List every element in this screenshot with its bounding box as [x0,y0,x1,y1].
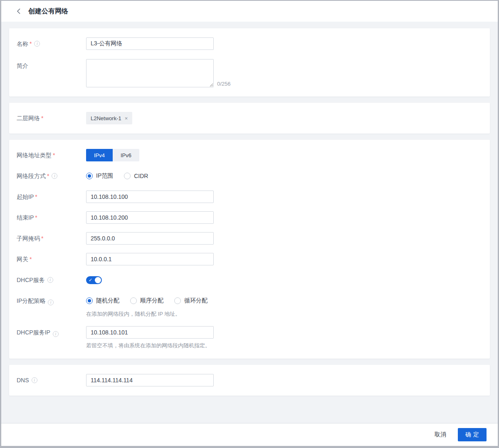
alloc-label-group: IP分配策略 i [17,295,86,307]
ip-version-label: 网络地址类型 [17,149,52,161]
required-marker: * [41,232,43,245]
cancel-button[interactable]: 取消 [430,428,450,441]
name-label: 名称 [17,37,28,50]
dhcp-toggle[interactable]: ✓ [86,276,102,284]
row-dhcp-ip: DHCP服务IP i 若留空不填，将由系统在添加的网络段内随机指定。 [17,326,482,349]
alloc-label: IP分配策略 [17,295,45,307]
end-ip-label: 结束IP [17,211,34,224]
required-marker: * [35,191,37,203]
required-marker: * [47,170,49,182]
dhcp-ip-input[interactable] [86,326,214,339]
ipv4-button[interactable]: IPv4 [86,149,113,161]
row-description: 简介 0/256 [17,59,482,87]
dhcp-ip-label-group: DHCP服务IP i [17,326,86,339]
footer-actions: 取消 确定 [1,423,498,446]
row-end-ip: 结束IP * [17,211,482,224]
row-l2-network: 二层网络 * L2Network-1 × [17,112,482,124]
back-button[interactable] [16,8,21,15]
card-l2-network: 二层网络 * L2Network-1 × [9,103,490,134]
gateway-label-group: 网关 * [17,253,86,265]
confirm-button[interactable]: 确定 [458,428,487,441]
alloc-hint: 在添加的网络段内，随机分配 IP 地址。 [86,310,208,318]
row-name: 名称 * i [17,37,482,50]
dhcp-label: DHCP服务 [17,274,45,286]
dns-label: DNS [17,374,29,386]
radio-icon [130,297,137,304]
radio-ip-range[interactable]: IP范围 [86,172,113,180]
name-label-group: 名称 * i [17,37,86,50]
radio-label: IP范围 [96,172,113,180]
segment-mode-label-group: 网络段方式 * i [17,170,86,182]
required-marker: * [30,37,32,50]
name-input[interactable] [86,37,214,50]
page-title: 创建公有网络 [28,7,68,16]
alloc-radios: 随机分配 顺序分配 循环分配 [86,295,208,307]
info-icon[interactable]: i [34,41,40,47]
gateway-label: 网关 [17,253,28,265]
info-icon[interactable]: i [47,277,53,283]
tag-remove-icon[interactable]: × [125,116,128,121]
required-marker: * [53,149,55,161]
ip-version-segmented: IPv4 IPv6 [86,149,139,161]
l2-label-group: 二层网络 * [17,112,86,124]
radio-sequential-alloc[interactable]: 顺序分配 [130,297,163,304]
radio-icon [124,173,131,179]
radio-label: 随机分配 [96,297,119,304]
check-icon: ✓ [89,277,92,284]
ip-version-label-group: 网络地址类型 * [17,149,86,161]
l2-network-tag-text: L2Network-1 [91,115,121,121]
description-label: 简介 [17,62,28,70]
row-dhcp: DHCP服务 i ✓ [17,274,482,286]
page-header: 创建公有网络 [1,1,498,22]
radio-icon [86,297,93,304]
segment-mode-radios: IP范围 CIDR [86,172,148,180]
description-label-group: 简介 [17,59,86,70]
card-dns: DNS i [9,365,490,396]
card-basic-info: 名称 * i 简介 0/256 [9,28,490,97]
l2-network-tag[interactable]: L2Network-1 × [86,112,132,124]
required-marker: * [30,253,32,265]
form-content: 名称 * i 简介 0/256 二层网络 * [1,22,498,396]
radio-label: 循环分配 [184,297,208,304]
description-wrap: 0/256 [86,59,231,87]
dns-label-group: DNS i [17,374,86,386]
start-ip-label-group: 起始IP * [17,191,86,203]
end-ip-input[interactable] [86,211,214,224]
dhcp-label-group: DHCP服务 i [17,274,86,286]
info-icon[interactable]: i [53,331,59,337]
info-icon[interactable]: i [48,299,54,305]
gateway-input[interactable] [86,253,214,265]
radio-random-alloc[interactable]: 随机分配 [86,297,119,304]
radio-icon [174,297,181,304]
required-marker: * [41,112,43,124]
description-textarea[interactable] [86,59,214,87]
dhcp-ip-hint: 若留空不填，将由系统在添加的网络段内随机指定。 [86,342,214,349]
info-icon[interactable]: i [52,173,57,179]
start-ip-input[interactable] [86,191,214,203]
required-marker: * [35,211,37,224]
netmask-label: 子网掩码 [17,232,40,245]
row-alloc-policy: IP分配策略 i 随机分配 顺序分配 [17,295,482,318]
alloc-controls: 随机分配 顺序分配 循环分配 在添加的网络段内，随机分配 IP 地址。 [86,295,208,318]
card-network-settings: 网络地址类型 * IPv4 IPv6 网络段方式 * i IP范围 [9,140,490,359]
radio-icon [86,173,93,179]
ipv6-button[interactable]: IPv6 [113,149,139,161]
segment-mode-label: 网络段方式 [17,170,46,182]
end-ip-label-group: 结束IP * [17,211,86,224]
row-ip-version: 网络地址类型 * IPv4 IPv6 [17,149,482,161]
chevron-left-icon [16,8,21,15]
row-segment-mode: 网络段方式 * i IP范围 CIDR [17,170,482,182]
radio-cidr[interactable]: CIDR [124,173,148,179]
row-gateway: 网关 * [17,253,482,265]
create-public-network-page: 创建公有网络 名称 * i 简介 0/256 [0,0,499,448]
toggle-knob [95,277,101,283]
char-counter: 0/256 [217,81,231,87]
row-netmask: 子网掩码 * [17,232,482,245]
start-ip-label: 起始IP [17,191,34,203]
radio-roundrobin-alloc[interactable]: 循环分配 [174,297,208,304]
l2-label: 二层网络 [17,112,40,124]
info-icon[interactable]: i [32,377,37,383]
dns-input[interactable] [86,374,214,386]
dhcp-ip-controls: 若留空不填，将由系统在添加的网络段内随机指定。 [86,326,214,349]
netmask-input[interactable] [86,232,214,245]
